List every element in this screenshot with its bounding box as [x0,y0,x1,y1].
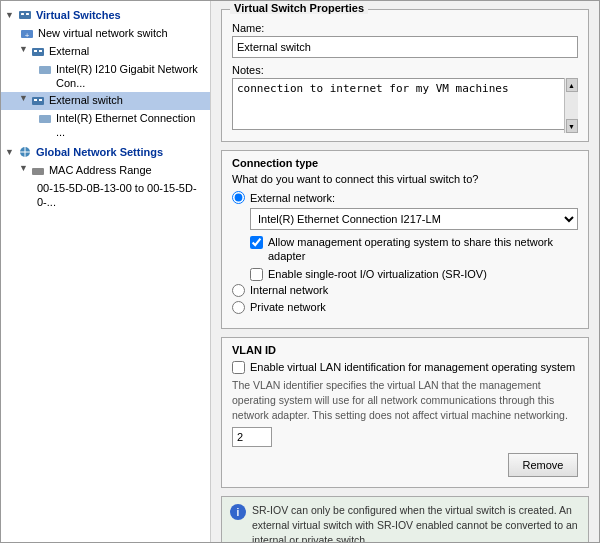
notes-scrollbar: ▲ ▼ [564,78,578,133]
notes-wrapper: connection to internet for my VM machine… [232,78,578,133]
connection-type-sublabel: What do you want to connect this virtual… [232,173,578,185]
right-panel: Virtual Switch Properties Name: Notes: c… [211,1,599,542]
svg-rect-7 [39,50,42,52]
properties-group: Virtual Switch Properties Name: Notes: c… [221,9,589,142]
network-adapter-select[interactable]: Intel(R) Ethernet Connection I217-LM [250,208,578,230]
private-network-radio-label[interactable]: Private network [250,301,326,313]
external-switch-label: External switch [49,93,123,107]
connection-type-title: Connection type [232,157,578,169]
info-text: SR-IOV can only be configured when the v… [252,503,580,542]
allow-mgmt-row: Allow management operating system to sha… [250,235,578,264]
mac-range-icon [30,163,46,179]
vlan-checkbox-row: Enable virtual LAN identification for ma… [232,360,578,374]
name-input[interactable] [232,36,578,58]
virtual-switches-icon [17,7,33,23]
virtual-switches-label: Virtual Switches [36,9,121,21]
external-label: External [49,44,89,58]
scrollbar-up-btn[interactable]: ▲ [566,78,578,92]
vlan-checkbox[interactable] [232,361,245,374]
external-switch-item[interactable]: ▼ External switch [1,92,210,110]
mac-value-item: 00-15-5D-0B-13-00 to 00-15-5D-0-... [1,180,210,211]
main-container: ▼ Virtual Switches + New virtual network… [0,0,600,543]
external-network-radio[interactable] [232,191,245,204]
vlan-checkbox-label[interactable]: Enable virtual LAN identification for ma… [250,360,575,374]
intel-eth-item[interactable]: Intel(R) Ethernet Connection ... [1,110,210,141]
mac-address-range-item[interactable]: ▼ MAC Address Range [1,162,210,180]
remove-btn-row: Remove [232,453,578,477]
mac-value-label: 00-15-5D-0B-13-00 to 00-15-5D-0-... [37,181,206,210]
internal-network-radio[interactable] [232,284,245,297]
external-network-row: External network: [232,191,578,204]
sriov-row: Enable single-root I/O virtualization (S… [250,267,578,281]
new-virtual-network-label: New virtual network switch [38,26,168,40]
svg-rect-10 [34,99,37,101]
internal-network-row: Internal network [232,284,578,297]
svg-rect-2 [26,13,29,15]
virtual-switches-section: ▼ Virtual Switches + New virtual network… [1,5,210,140]
expand-icon-gn: ▼ [5,147,14,157]
external-network-radio-label[interactable]: External network: [250,192,335,204]
external-expand: ▼ [19,44,28,54]
global-network-header[interactable]: ▼ Global Network Settings [1,142,210,162]
allow-management-label[interactable]: Allow management operating system to sha… [268,235,578,264]
info-icon: i [230,504,246,520]
private-network-row: Private network [232,301,578,314]
svg-text:+: + [25,31,30,40]
notes-label: Notes: [232,64,578,76]
internal-network-radio-label[interactable]: Internal network [250,284,328,296]
svg-rect-12 [39,115,51,123]
group-title: Virtual Switch Properties [230,2,368,14]
connection-type-group: Connection type What do you want to conn… [221,150,589,329]
external-icon [30,44,46,60]
intel-i210-label: Intel(R) I210 Gigabit Network Con... [56,62,206,91]
sriov-label[interactable]: Enable single-root I/O virtualization (S… [268,267,487,281]
new-virtual-network-item[interactable]: + New virtual network switch [1,25,210,43]
vlan-description: The VLAN identifier specifies the virtua… [232,378,578,422]
external-switch-expand: ▼ [19,93,28,103]
global-network-section: ▼ Global Network Settings ▼ MAC Address … [1,142,210,211]
intel-eth-label: Intel(R) Ethernet Connection ... [56,111,206,140]
allow-management-checkbox[interactable] [250,236,263,249]
intel-i210-item[interactable]: Intel(R) I210 Gigabit Network Con... [1,61,210,92]
mac-range-label: MAC Address Range [49,163,152,177]
vlan-input[interactable] [232,427,272,447]
mac-range-expand: ▼ [19,163,28,173]
intel-i210-icon [37,62,53,78]
vlan-label: VLAN ID [232,344,578,356]
intel-eth-icon [37,111,53,127]
private-network-radio[interactable] [232,301,245,314]
info-bar: i SR-IOV can only be configured when the… [221,496,589,542]
svg-rect-0 [19,11,31,19]
left-panel: ▼ Virtual Switches + New virtual network… [1,1,211,542]
remove-button[interactable]: Remove [508,453,578,477]
notes-textarea[interactable]: connection to internet for my VM machine… [232,78,578,130]
external-network-indent: Intel(R) Ethernet Connection I217-LM All… [250,208,578,281]
vlan-group: VLAN ID Enable virtual LAN identificatio… [221,337,589,488]
sriov-checkbox[interactable] [250,268,263,281]
svg-rect-9 [32,97,44,105]
expand-icon-vs: ▼ [5,10,14,20]
virtual-switches-header[interactable]: ▼ Virtual Switches [1,5,210,25]
scrollbar-down-btn[interactable]: ▼ [566,119,578,133]
svg-rect-16 [32,168,44,175]
svg-rect-11 [39,99,42,101]
name-label: Name: [232,22,578,34]
global-network-label: Global Network Settings [36,146,163,158]
external-switch-icon [30,93,46,109]
svg-rect-1 [21,13,24,15]
svg-rect-5 [32,48,44,56]
svg-rect-6 [34,50,37,52]
new-switch-icon: + [19,26,35,42]
external-item[interactable]: ▼ External [1,43,210,61]
global-network-icon [17,144,33,160]
svg-rect-8 [39,66,51,74]
